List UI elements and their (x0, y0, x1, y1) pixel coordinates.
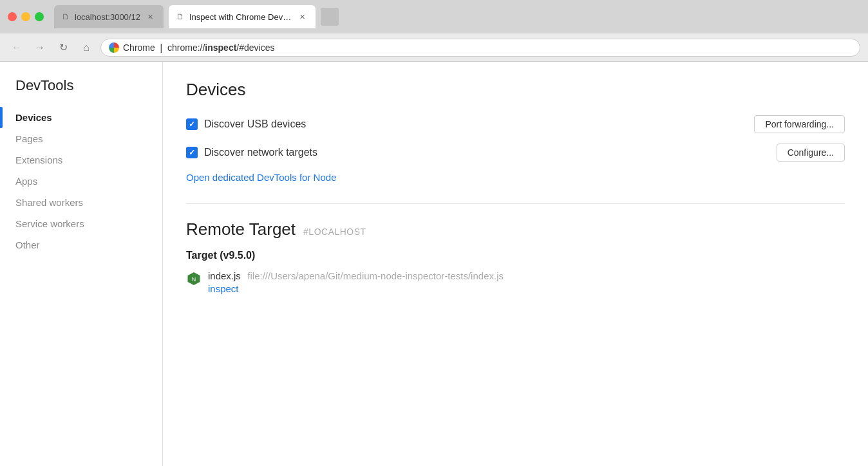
address-bar-row: ← → ↻ ⌂ Chrome | chrome://inspect/#devic… (0, 33, 868, 62)
tab-close-button[interactable]: ✕ (146, 12, 156, 22)
tab-close-button-2[interactable]: ✕ (297, 12, 308, 22)
page-content: DevTools Devices Pages Extensions Apps S… (0, 62, 868, 466)
section-title: Devices (186, 80, 845, 100)
sidebar-item-extensions[interactable]: Extensions (0, 149, 162, 171)
sidebar-item-devices[interactable]: Devices (0, 107, 162, 128)
back-button[interactable]: ← (8, 39, 26, 57)
browser-frame: 🗋 localhost:3000/12 ✕ 🗋 Inspect with Chr… (0, 0, 868, 466)
minimize-button[interactable] (21, 12, 30, 21)
window-controls (8, 12, 44, 21)
discover-network-container: Discover network targets (186, 147, 489, 158)
svg-text:N: N (192, 276, 196, 283)
port-forwarding-button[interactable]: Port forwarding... (754, 115, 845, 133)
tab-label-active: Inspect with Chrome Develope (189, 12, 292, 22)
target-filename: index.js (208, 270, 241, 281)
section-divider (186, 203, 845, 204)
tab-label: localhost:3000/12 (75, 12, 140, 22)
tab-localhost[interactable]: 🗋 localhost:3000/12 ✕ (54, 5, 164, 28)
sidebar-item-other[interactable]: Other (0, 234, 162, 256)
tab-page-icon: 🗋 (62, 12, 70, 21)
close-button[interactable] (8, 12, 17, 21)
chrome-icon (109, 42, 119, 53)
discover-usb-container: Discover USB devices (186, 118, 484, 130)
discover-network-label: Discover network targets (204, 147, 317, 158)
home-button[interactable]: ⌂ (77, 39, 95, 57)
title-bar: 🗋 localhost:3000/12 ✕ 🗋 Inspect with Chr… (0, 0, 868, 33)
remote-target-header: Remote Target #LOCALHOST (186, 219, 845, 239)
remote-target-title: Remote Target (186, 219, 296, 239)
sidebar-item-service-workers[interactable]: Service workers (0, 213, 162, 234)
remote-target-subtitle: #LOCALHOST (303, 227, 366, 237)
configure-button[interactable]: Configure... (777, 144, 845, 162)
sidebar: DevTools Devices Pages Extensions Apps S… (0, 62, 163, 466)
new-tab-button[interactable] (321, 8, 339, 26)
reload-button[interactable]: ↻ (54, 39, 72, 57)
main-content: Devices Discover USB devices Port forwar… (163, 62, 868, 466)
forward-button[interactable]: → (31, 39, 49, 57)
discover-usb-row: Discover USB devices Port forwarding... (186, 115, 845, 133)
address-text: Chrome | chrome://inspect/#devices (123, 42, 275, 53)
new-tab-icon (321, 8, 339, 26)
discover-usb-checkbox[interactable] (186, 118, 198, 130)
node-icon: N (186, 271, 202, 286)
discover-network-row: Discover network targets Configure... (186, 144, 845, 162)
sidebar-title: DevTools (0, 77, 162, 107)
target-inspect-link[interactable]: inspect (208, 283, 504, 294)
target-info: index.js file:///Users/apena/Git/medium-… (208, 270, 504, 294)
target-item: N index.js file:///Users/apena/Git/mediu… (186, 270, 845, 294)
target-version: Target (v9.5.0) (186, 250, 845, 261)
address-bar[interactable]: Chrome | chrome://inspect/#devices (100, 39, 860, 57)
tab-page-icon-2: 🗋 (176, 12, 184, 21)
devtools-node-link[interactable]: Open dedicated DevTools for Node (186, 172, 336, 183)
discover-usb-label: Discover USB devices (204, 118, 306, 130)
maximize-button[interactable] (35, 12, 44, 21)
sidebar-item-shared-workers[interactable]: Shared workers (0, 192, 162, 213)
tab-inspect[interactable]: 🗋 Inspect with Chrome Develope ✕ (169, 5, 316, 28)
sidebar-item-apps[interactable]: Apps (0, 171, 162, 192)
sidebar-item-pages[interactable]: Pages (0, 128, 162, 149)
discover-network-checkbox[interactable] (186, 147, 198, 158)
target-filepath: file:///Users/apena/Git/medium-node-insp… (247, 270, 504, 281)
